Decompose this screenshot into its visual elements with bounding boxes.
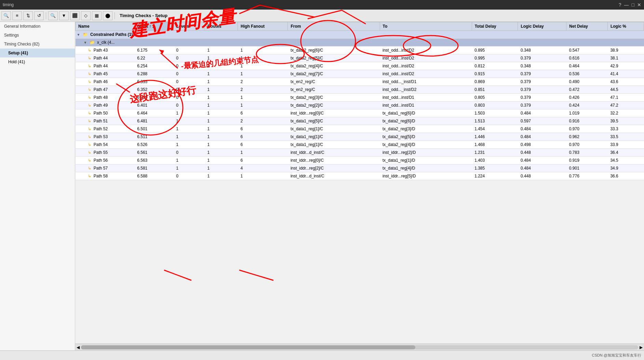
cell-name: ↳ Path 55 <box>76 149 135 157</box>
cell-routes: 1 <box>205 70 238 78</box>
cell-to: inst_odd...inst/D2 <box>380 54 472 62</box>
cell-from: tx_data1_reg[5]/C <box>288 117 380 125</box>
cell-logicpct: 38.1 <box>607 54 644 62</box>
expand-icon: ▼ <box>77 33 80 37</box>
table-row[interactable]: ↳ Path 45 6.288 0 1 1 tx_data2_reg[7]/C … <box>76 70 644 78</box>
scroll-thumb[interactable] <box>81 345 415 349</box>
cell-netdelay: 0.901 <box>566 164 608 172</box>
cell-routes: 1 <box>205 94 238 102</box>
cell-slack: 6.581 <box>134 164 173 172</box>
cell-logicdelay: 0.448 <box>518 172 566 180</box>
table-row[interactable]: ↳ Path 43 6.175 0 1 1 tx_data2_reg[6]/C … <box>76 46 644 54</box>
block-btn[interactable]: ⬛ <box>70 11 80 20</box>
cell-slack: 6.401 <box>134 102 173 109</box>
scroll-right-btn[interactable]: ▶ <box>640 345 643 350</box>
table-row[interactable]: ↳ Path 48 6.399 0 1 1 tx_data2_reg[3]/C … <box>76 94 644 102</box>
sidebar-item-setup[interactable]: Setup (41) <box>0 49 75 57</box>
help-btn[interactable]: ? <box>619 2 621 8</box>
table-container[interactable]: Name Slack ↑ 1 Levels Routes High Fanout… <box>75 22 644 344</box>
cell-to: inst_odd...inst/D2 <box>380 70 472 78</box>
cell-logicdelay: 0.379 <box>518 70 566 78</box>
cell-slack: 6.526 <box>134 141 173 149</box>
table-row[interactable]: ↳ Path 44 6.254 0 1 1 tx_data2_reg[4]/C … <box>76 62 644 70</box>
cell-to: inst_iddr...reg[2]/D <box>380 149 472 157</box>
path-icon: ↳ <box>88 150 91 155</box>
cell-slack: 6.22 <box>134 54 173 62</box>
table-row[interactable]: ↳ Path 54 6.526 1 1 6 tx_data1_reg[1]/C … <box>76 141 644 149</box>
diamond-btn[interactable]: ◇ <box>81 11 91 20</box>
cell-totaldelay: 0.803 <box>472 102 518 109</box>
path-icon: ↳ <box>88 174 91 178</box>
search2-btn[interactable]: 🔍 <box>48 11 58 20</box>
menu-btn[interactable]: ≡ <box>12 11 22 20</box>
cell-logicpct: 47.1 <box>607 94 644 102</box>
path-icon: ↳ <box>88 142 91 147</box>
close-btn[interactable]: ✕ <box>637 2 641 8</box>
h-scrollbar[interactable]: ◀ ▶ <box>75 344 644 350</box>
toolbar: 🔍 ≡ ⇅ ↺ 🔍 ▼ ⬛ ◇ ▦ ⬤ Timing Checks - Setu… <box>0 10 644 22</box>
cell-slack: 6.352 <box>134 86 173 94</box>
cell-levels: 0 <box>173 94 204 102</box>
table-row[interactable]: ↳ Path 50 6.464 1 1 6 inst_iddr...reg[0]… <box>76 109 644 117</box>
cell-logicpct: 33.3 <box>607 125 644 133</box>
sidebar-item-hold[interactable]: Hold (41) <box>0 57 75 66</box>
table-row[interactable]: ↳ Path 56 6.563 1 1 6 inst_iddr...reg[0]… <box>76 157 644 164</box>
maximize-btn[interactable]: □ <box>632 2 634 8</box>
cell-levels: 0 <box>173 70 204 78</box>
col-name: Name <box>76 22 135 31</box>
col-logicdelay: Logic Delay <box>518 22 566 31</box>
path-icon: ↳ <box>88 158 91 163</box>
window-controls: ? — □ ✕ <box>619 2 641 8</box>
cell-name: ↳ Path 51 <box>76 117 135 125</box>
cell-logicpct: 36.6 <box>607 172 644 180</box>
cell-netdelay: 0.962 <box>566 133 608 141</box>
cell-netdelay: 0.776 <box>566 172 608 180</box>
circle-btn[interactable]: ⬤ <box>103 11 112 20</box>
table-row[interactable]: ↳ Path 44 6.22 0 1 1 tx_data2_reg[5]/C i… <box>76 54 644 62</box>
scroll-left-btn[interactable]: ◀ <box>77 345 80 350</box>
sidebar-item-timing[interactable]: Timing Checks (82) <box>0 40 75 49</box>
cell-routes: 1 <box>205 109 238 117</box>
cell-netdelay: 0.464 <box>566 62 608 70</box>
table-row[interactable]: ↳ Path 47 6.352 0 1 2 tx_en2_reg/C inst_… <box>76 86 644 94</box>
sidebar-item-general[interactable]: General Information <box>0 22 75 31</box>
table-row[interactable]: ↳ Path 55 6.561 0 1 1 inst_iddr...d_inst… <box>76 149 644 157</box>
sort-btn[interactable]: ⇅ <box>23 11 33 20</box>
sidebar-item-settings[interactable]: Settings <box>0 31 75 40</box>
cell-routes: 1 <box>205 172 238 180</box>
cell-routes: 1 <box>205 86 238 94</box>
cell-logicpct: 34.5 <box>607 157 644 164</box>
group-header-row[interactable]: ▼ 📁 Constrained Paths (1) <box>76 31 644 39</box>
cell-levels: 0 <box>173 172 204 180</box>
cell-slack: 6.288 <box>134 70 173 78</box>
table-row[interactable]: ↳ Path 51 6.481 1 1 2 tx_data1_reg[5]/C … <box>76 117 644 125</box>
dropdown-btn[interactable]: ▼ <box>59 11 69 20</box>
col-slack: Slack ↑ 1 <box>134 22 173 31</box>
cell-levels: 0 <box>173 62 204 70</box>
cell-levels: 0 <box>173 86 204 94</box>
table-row[interactable]: ↳ Path 57 6.581 1 1 4 inst_iddr...reg[2]… <box>76 164 644 172</box>
cell-from: tx_data2_reg[2]/C <box>288 102 380 109</box>
table-row[interactable]: ↳ Path 53 6.511 1 1 6 tx_data1_reg[1]/C … <box>76 133 644 141</box>
table-row[interactable]: ↳ Path 49 6.401 0 1 1 tx_data2_reg[2]/C … <box>76 102 644 109</box>
refresh-btn[interactable]: ↺ <box>34 11 44 20</box>
grid-btn[interactable]: ▦ <box>92 11 102 20</box>
table-row[interactable]: ↳ Path 46 6.335 0 1 2 tx_en2_reg/C inst_… <box>76 78 644 86</box>
cell-totaldelay: 1.503 <box>472 109 518 117</box>
cell-totaldelay: 1.468 <box>472 141 518 149</box>
cell-to: tx_data1_reg[6]/D <box>380 109 472 117</box>
cell-logicdelay: 0.379 <box>518 78 566 86</box>
col-highfanout: High Fanout <box>238 22 288 31</box>
cell-totaldelay: 1.231 <box>472 149 518 157</box>
clk-group-row[interactable]: ▼ 📁 x_clk (4... <box>76 39 644 46</box>
clk-expand-icon: ▼ <box>84 41 87 44</box>
search-btn[interactable]: 🔍 <box>1 11 11 20</box>
cell-name: ↳ Path 50 <box>76 109 135 117</box>
path-icon: ↳ <box>88 64 91 68</box>
cell-to: tx_data2_reg[4]/D <box>380 141 472 149</box>
scroll-track[interactable] <box>81 345 638 349</box>
table-row[interactable]: ↳ Path 52 6.501 1 1 6 tx_data1_reg[1]/C … <box>76 125 644 133</box>
table-row[interactable]: ↳ Path 58 6.588 0 1 1 inst_iddr...d_inst… <box>76 172 644 180</box>
minimize-btn[interactable]: — <box>624 2 629 8</box>
cell-from: tx_data1_reg[1]/C <box>288 133 380 141</box>
